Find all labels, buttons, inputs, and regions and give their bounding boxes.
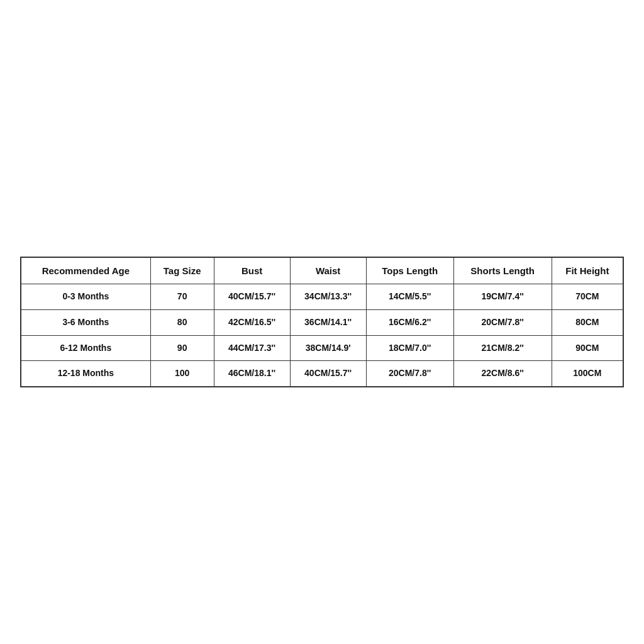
header-tops-length: Tops Length <box>366 257 453 284</box>
cell-bust: 40CM/15.7'' <box>214 284 290 310</box>
cell-age: 0-3 Months <box>21 284 150 310</box>
cell-waist: 40CM/15.7'' <box>290 361 366 387</box>
cell-age: 12-18 Months <box>21 361 150 387</box>
table-row: 12-18 Months10046CM/18.1''40CM/15.7''20C… <box>21 361 623 387</box>
header-waist: Waist <box>290 257 366 284</box>
size-chart-container: Recommended Age Tag Size Bust Waist Tops… <box>20 257 624 387</box>
table-row: 6-12 Months9044CM/17.3''38CM/14.9'18CM/7… <box>21 335 623 361</box>
cell-waist: 34CM/13.3'' <box>290 284 366 310</box>
cell-tag-size: 90 <box>150 335 214 361</box>
cell-age: 3-6 Months <box>21 309 150 335</box>
header-bust: Bust <box>214 257 290 284</box>
cell-shorts-length: 19CM/7.4'' <box>453 284 552 310</box>
header-shorts-length: Shorts Length <box>453 257 552 284</box>
cell-tops-length: 16CM/6.2'' <box>366 309 453 335</box>
cell-tag-size: 100 <box>150 361 214 387</box>
cell-tops-length: 14CM/5.5'' <box>366 284 453 310</box>
cell-age: 6-12 Months <box>21 335 150 361</box>
cell-waist: 38CM/14.9' <box>290 335 366 361</box>
table-row: 3-6 Months8042CM/16.5''36CM/14.1''16CM/6… <box>21 309 623 335</box>
header-fit-height: Fit Height <box>552 257 623 284</box>
cell-bust: 42CM/16.5'' <box>214 309 290 335</box>
cell-tops-length: 20CM/7.8'' <box>366 361 453 387</box>
header-tag-size: Tag Size <box>150 257 214 284</box>
cell-tops-length: 18CM/7.0'' <box>366 335 453 361</box>
cell-tag-size: 70 <box>150 284 214 310</box>
cell-shorts-length: 20CM/7.8'' <box>453 309 552 335</box>
cell-fit-height: 80CM <box>552 309 623 335</box>
cell-waist: 36CM/14.1'' <box>290 309 366 335</box>
cell-tag-size: 80 <box>150 309 214 335</box>
cell-fit-height: 70CM <box>552 284 623 310</box>
cell-bust: 44CM/17.3'' <box>214 335 290 361</box>
header-recommended-age: Recommended Age <box>21 257 150 284</box>
cell-bust: 46CM/18.1'' <box>214 361 290 387</box>
table-row: 0-3 Months7040CM/15.7''34CM/13.3''14CM/5… <box>21 284 623 310</box>
cell-shorts-length: 21CM/8.2'' <box>453 335 552 361</box>
cell-fit-height: 90CM <box>552 335 623 361</box>
cell-fit-height: 100CM <box>552 361 623 387</box>
cell-shorts-length: 22CM/8.6'' <box>453 361 552 387</box>
table-header-row: Recommended Age Tag Size Bust Waist Tops… <box>21 257 623 284</box>
size-chart-table: Recommended Age Tag Size Bust Waist Tops… <box>20 257 624 387</box>
